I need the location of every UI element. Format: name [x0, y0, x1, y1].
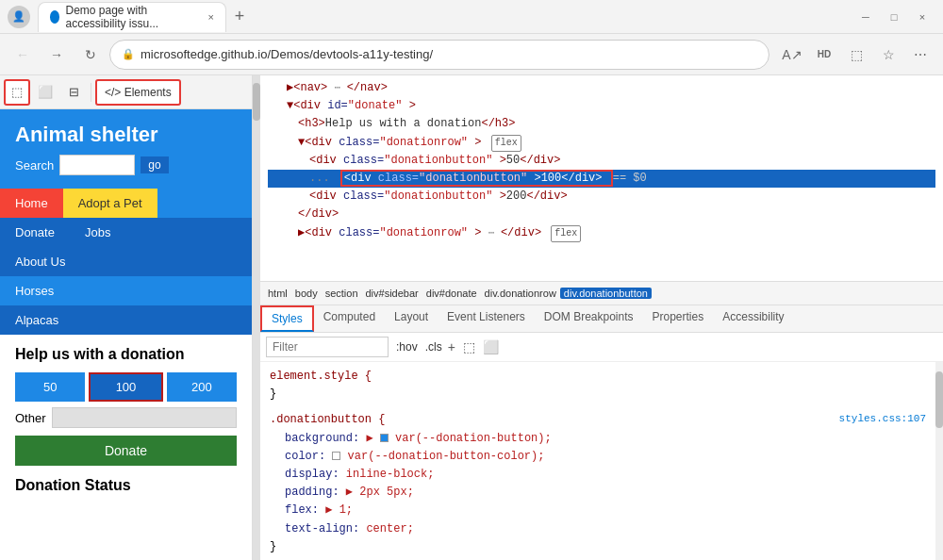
split-panel-button[interactable]: ⊟ — [60, 79, 87, 106]
bc-section[interactable]: section — [322, 288, 362, 299]
tree-div-close[interactable]: </div> — [268, 206, 935, 223]
add-style-icon[interactable]: + — [446, 339, 457, 354]
donate-button[interactable]: Donate — [15, 436, 237, 466]
bc-donationrow[interactable]: div.donationrow — [481, 288, 560, 299]
nav-home-item[interactable]: Home — [0, 189, 63, 218]
tree-nav[interactable]: ▶<nav> ⋯ </nav> — [268, 79, 935, 97]
elements-label: </> Elements — [105, 86, 172, 99]
page-scrollbar[interactable] — [253, 75, 260, 560]
filter-cls[interactable]: .cls — [425, 340, 442, 354]
user-avatar[interactable]: 👤 — [8, 6, 30, 28]
tree-donbtn-50[interactable]: <div class="donationbutton" >50</div> — [268, 152, 935, 170]
nav-actions: A↗ HD ⬚ ☆ ⋯ — [777, 40, 935, 70]
other-amount-input[interactable] — [52, 407, 237, 428]
tree-h3[interactable]: <h3>Help us with a donation</h3> — [268, 115, 935, 133]
tab-styles[interactable]: Styles — [260, 305, 314, 332]
html-tree: ▶<nav> ⋯ </nav> ▼<div id="donate" > <h3>… — [260, 75, 943, 281]
devtools-scrollbar[interactable] — [935, 362, 943, 560]
address-bar[interactable]: 🔒 microsoftedge.github.io/Demos/devtools… — [109, 40, 769, 70]
address-text: microsoftedge.github.io/Demos/devtools-a… — [141, 47, 757, 61]
new-style-rule-icon[interactable]: ⬚ — [461, 339, 477, 354]
filter-hov[interactable]: :hov — [392, 340, 422, 354]
search-label: Search — [15, 158, 54, 173]
bc-donationbutton[interactable]: div.donationbutton — [560, 288, 652, 299]
css-padding-prop: padding: — [285, 486, 339, 499]
nav-adopt-item[interactable]: Adopt a Pet — [63, 189, 157, 218]
donation-100-button[interactable]: 100 — [89, 372, 162, 402]
other-label: Other — [15, 411, 46, 425]
tree-donationrow2[interactable]: ▶<div class="donationrow" > ⋯ </div> fle… — [268, 224, 935, 242]
inspect-element-button[interactable]: ⬚ — [4, 79, 30, 106]
sidebar-item-horses[interactable]: Horses — [0, 276, 252, 305]
tab-computed[interactable]: Computed — [314, 305, 385, 332]
donationbutton-close: } — [270, 540, 276, 553]
donation-title: Help us with a donation — [15, 346, 237, 363]
forward-button[interactable]: → — [41, 40, 72, 70]
lock-icon: 🔒 — [122, 48, 135, 60]
minimize-button[interactable]: ─ — [852, 4, 879, 30]
share-button[interactable]: ⬚ — [841, 40, 871, 70]
css-display-prop: display: — [285, 468, 339, 481]
sidebar-item-alpacas[interactable]: Alpacas — [0, 305, 252, 335]
tab-bar: Demo page with accessibility issu... × + — [38, 2, 852, 32]
bc-sidebar[interactable]: div#sidebar — [362, 288, 422, 299]
refresh-button[interactable]: ↻ — [75, 40, 106, 70]
close-button[interactable]: × — [909, 4, 935, 30]
donation-200-button[interactable]: 200 — [167, 372, 237, 402]
favorites-button[interactable]: ☆ — [873, 40, 903, 70]
search-input[interactable] — [59, 155, 135, 175]
nav-about-item[interactable]: About Us — [0, 247, 252, 276]
nav-donate-item[interactable]: Donate — [0, 218, 70, 247]
nav-jobs-item[interactable]: Jobs — [70, 218, 125, 247]
tab-dom-breakpoints[interactable]: DOM Breakpoints — [535, 305, 643, 332]
bc-donate[interactable]: div#donate — [422, 288, 481, 299]
nav-about-row: About Us — [0, 247, 252, 276]
bc-body[interactable]: body — [291, 288, 322, 299]
element-style-close: } — [270, 387, 276, 401]
css-color-val: var(--donation-button-color); — [332, 450, 544, 463]
more-button[interactable]: ⋯ — [905, 40, 935, 70]
tab-title: Demo page with accessibility issu... — [65, 4, 198, 30]
bc-html[interactable]: html — [264, 288, 291, 299]
donation-50-button[interactable]: 50 — [15, 372, 85, 402]
back-button[interactable]: ← — [8, 40, 38, 70]
tab-layout[interactable]: Layout — [385, 305, 438, 332]
tree-donbtn-100[interactable]: ... <div class="donationbutton" >100</di… — [268, 170, 935, 188]
css-background-val: ▶ var(--donation-button); — [366, 432, 551, 445]
filter-input[interactable] — [266, 337, 389, 357]
css-flex-val: ▶ 1; — [325, 503, 353, 517]
element-style-selector: element.style { — [270, 370, 372, 383]
devtools-scrollbar-thumb[interactable] — [935, 371, 943, 428]
donation-section: Help us with a donation 50 100 200 Other… — [0, 335, 252, 477]
tab-event-listeners[interactable]: Event Listeners — [438, 305, 535, 332]
css-flex-prop: flex: — [285, 503, 319, 517]
nav-row1: Home Adopt a Pet — [0, 189, 252, 218]
page-scrollbar-thumb[interactable] — [253, 83, 260, 121]
tree-donationrow[interactable]: ▼<div class="donationrow" > flex — [268, 134, 935, 152]
tab-accessibility[interactable]: Accessibility — [713, 305, 793, 332]
tab-properties[interactable]: Properties — [643, 305, 714, 332]
read-aloud-button[interactable]: A↗ — [777, 40, 807, 70]
filter-bar: :hov .cls + ⬚ ⬜ — [260, 333, 943, 362]
webpage-preview: Animal shelter Search go Home Adopt a Pe… — [0, 109, 252, 560]
styles-link[interactable]: styles.css:107 — [839, 411, 926, 428]
tree-div-donate[interactable]: ▼<div id="donate" > — [268, 97, 935, 115]
restore-button[interactable]: □ — [881, 4, 907, 30]
window-controls: ─ □ × — [852, 4, 935, 30]
left-panel: ⬚ ⬜ ⊟ </> Elements Animal shelter Search… — [0, 75, 253, 560]
copy-styles-icon[interactable]: ⬜ — [481, 339, 501, 354]
css-panel-wrapper: element.style { } .donationbutton { styl… — [260, 362, 943, 560]
hd-button[interactable]: HD — [809, 40, 839, 70]
site-title: Animal shelter — [15, 123, 237, 147]
search-go-button[interactable]: go — [141, 156, 168, 173]
new-tab-button[interactable]: + — [226, 4, 253, 30]
webpage-inner: Animal shelter Search go Home Adopt a Pe… — [0, 109, 252, 560]
tab-close-icon[interactable]: × — [208, 11, 214, 23]
device-emulation-button[interactable]: ⬜ — [32, 79, 58, 106]
site-header: Animal shelter Search go — [0, 109, 252, 189]
css-background-prop: background: — [285, 432, 359, 445]
elements-panel-button[interactable]: </> Elements — [95, 79, 181, 106]
browser-tab[interactable]: Demo page with accessibility issu... × — [38, 2, 226, 32]
nav-bar: ← → ↻ 🔒 microsoftedge.github.io/Demos/de… — [0, 34, 943, 75]
tree-donbtn-200[interactable]: <div class="donationbutton" >200</div> — [268, 188, 935, 206]
